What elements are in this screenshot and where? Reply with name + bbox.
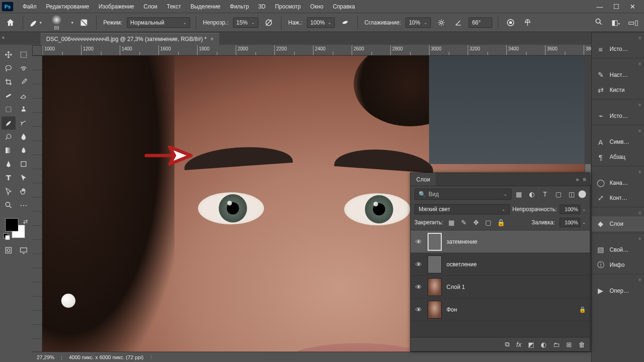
status-zoom[interactable]: 27,29%: [37, 354, 54, 360]
eraser-tool[interactable]: [17, 89, 31, 102]
panel-tab-симв[interactable]: AСимв…: [592, 134, 644, 149]
lock-position-icon[interactable]: ✥: [472, 219, 480, 226]
close-tab-icon[interactable]: ×: [210, 36, 214, 42]
filter-smart-icon[interactable]: ◫: [567, 190, 576, 198]
workspace-switcher-icon[interactable]: ▭▯: [628, 18, 637, 27]
menu-image[interactable]: Изображение: [94, 0, 139, 13]
layer-opacity-field[interactable]: [560, 205, 580, 214]
color-swatches[interactable]: ⇄: [3, 218, 29, 240]
brush-settings-icon[interactable]: [77, 16, 91, 29]
blend-mode-select[interactable]: Нормальный⌄: [127, 17, 190, 28]
panel-tab-слои[interactable]: ◆Слои: [592, 216, 644, 231]
flow-field[interactable]: 100%⌄: [307, 17, 335, 28]
eyedropper-tool[interactable]: [17, 75, 31, 89]
quick-mask-icon[interactable]: [1, 244, 16, 257]
lock-artboard-icon[interactable]: ▢: [485, 219, 492, 226]
clone-stamp-tool[interactable]: [17, 103, 31, 116]
blend-mode-layer-select[interactable]: Мягкий свет⌄: [414, 204, 510, 214]
panel-tab-исто[interactable]: ≡Исто…: [592, 41, 644, 57]
swap-colors-icon[interactable]: ⇄: [23, 218, 28, 225]
frame-tool[interactable]: [1, 103, 16, 116]
edit-toolbar-icon[interactable]: ⋯: [17, 198, 31, 212]
panel-menu-icon[interactable]: ≡: [583, 176, 586, 183]
panel-tab-свой[interactable]: ▤Свой…: [592, 242, 644, 257]
panel-group-menu-icon[interactable]: ≡: [592, 60, 644, 67]
lock-all-icon[interactable]: 🔒: [497, 219, 504, 226]
direct-select-tool[interactable]: [1, 185, 16, 198]
layer-name[interactable]: Фон: [446, 306, 574, 313]
screen-mode-icon[interactable]: [17, 244, 31, 257]
ruler-horizontal[interactable]: 1000120014001600180020002200240026002800…: [42, 45, 591, 56]
menu-file[interactable]: Файл: [18, 0, 41, 13]
status-menu-icon[interactable]: 〉: [150, 354, 155, 361]
panel-tab-абзац[interactable]: ¶Абзац: [592, 149, 644, 165]
layer-row[interactable]: 👁Фон🔒: [411, 298, 590, 321]
path-select-tool[interactable]: [17, 171, 31, 184]
layer-mask-icon[interactable]: ◩: [528, 341, 534, 348]
pen-tool[interactable]: [1, 157, 16, 171]
lock-transparency-icon[interactable]: ▦: [448, 219, 455, 226]
panel-tab-кисти[interactable]: ⇄Кисти: [592, 82, 644, 98]
quick-select-tool[interactable]: [17, 62, 31, 75]
panel-tab-опер[interactable]: ▶Опер…: [592, 283, 644, 298]
shape-tool[interactable]: [17, 157, 31, 171]
panel-group-menu-icon[interactable]: ≡: [592, 168, 644, 175]
layer-thumbnail[interactable]: [428, 233, 442, 251]
window-maximize-icon[interactable]: ☐: [613, 3, 619, 10]
new-layer-icon[interactable]: ⊞: [566, 341, 572, 348]
collapse-panel-icon[interactable]: »: [576, 176, 579, 183]
marquee-tool[interactable]: [17, 48, 31, 61]
visibility-toggle-icon[interactable]: 👁: [414, 261, 423, 268]
paint-bucket-tool[interactable]: [17, 144, 31, 157]
home-button[interactable]: [4, 16, 17, 29]
panel-tab-кана[interactable]: ◯Кана…: [592, 175, 644, 190]
menu-filter[interactable]: Фильтр: [225, 0, 254, 13]
visibility-toggle-icon[interactable]: 👁: [414, 238, 423, 246]
layer-name[interactable]: осветление: [446, 261, 586, 268]
spot-heal-tool[interactable]: [1, 89, 16, 102]
gradient-tool[interactable]: [1, 144, 16, 157]
angle-field[interactable]: 66°: [469, 17, 492, 28]
expand-left-icon[interactable]: «: [2, 35, 5, 40]
window-minimize-icon[interactable]: —: [596, 3, 603, 10]
filter-pixel-icon[interactable]: ▦: [514, 190, 523, 198]
panel-group-menu-icon[interactable]: ≡: [592, 34, 644, 41]
filter-adjust-icon[interactable]: ◐: [528, 190, 536, 198]
ruler-origin[interactable]: [32, 45, 42, 56]
menu-help[interactable]: Справка: [328, 0, 360, 13]
layer-style-icon[interactable]: fx: [516, 341, 521, 348]
visibility-toggle-icon[interactable]: 👁: [414, 306, 423, 313]
brush-preview[interactable]: 89: [46, 15, 67, 31]
brush-picker-caret-icon[interactable]: ▾: [71, 20, 74, 25]
panel-tab-наст[interactable]: ✎Наст…: [592, 67, 644, 82]
panel-group-menu-icon[interactable]: ≡: [592, 127, 644, 134]
pressure-opacity-icon[interactable]: [262, 16, 275, 29]
history-brush-tool[interactable]: [17, 116, 31, 130]
move-tool[interactable]: [1, 48, 16, 61]
default-colors-icon[interactable]: [3, 233, 10, 240]
layer-filter-select[interactable]: 🔍 Вид ⌄: [414, 189, 512, 200]
delete-layer-icon[interactable]: 🗑: [578, 341, 585, 348]
opacity-field[interactable]: 15%⌄: [233, 17, 258, 28]
menu-edit[interactable]: Редактирование: [41, 0, 94, 13]
menu-select[interactable]: Выделение: [186, 0, 225, 13]
window-close-icon[interactable]: ✕: [630, 3, 636, 10]
menu-3d[interactable]: 3D: [254, 0, 270, 13]
lock-pixels-icon[interactable]: ✎: [460, 219, 468, 226]
menu-view[interactable]: Просмотр: [270, 0, 305, 13]
blur-tool[interactable]: [17, 130, 31, 143]
layer-name[interactable]: затемнение: [446, 239, 586, 245]
filter-type-icon[interactable]: T: [541, 190, 549, 198]
layer-thumbnail[interactable]: [428, 278, 442, 296]
layer-thumbnail[interactable]: [428, 255, 442, 273]
panel-tab-конт[interactable]: ⤢Конт…: [592, 190, 644, 206]
panel-group-menu-icon[interactable]: ≡: [592, 101, 644, 108]
layer-row[interactable]: 👁затемнение: [411, 230, 590, 253]
opacity-stepper-icon[interactable]: ⌄: [582, 207, 586, 212]
foreground-color[interactable]: [5, 218, 18, 231]
layer-thumbnail[interactable]: [428, 301, 442, 319]
filter-toggle[interactable]: [578, 190, 586, 198]
search-icon[interactable]: [594, 17, 603, 27]
panel-group-menu-icon[interactable]: ≡: [592, 276, 644, 283]
layer-group-icon[interactable]: 🗀: [553, 341, 560, 348]
